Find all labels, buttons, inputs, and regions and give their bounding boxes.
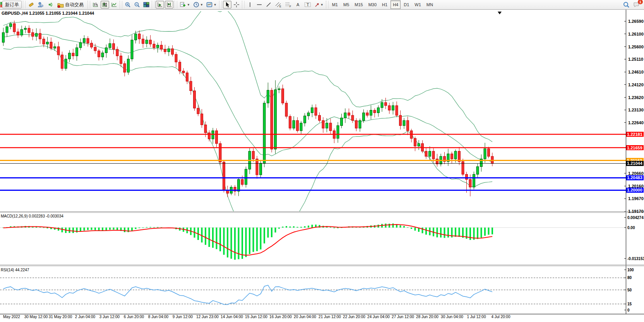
candle-body xyxy=(164,49,166,52)
macd-bar xyxy=(219,228,221,251)
text-label-button[interactable]: T xyxy=(303,1,312,9)
candle-body xyxy=(396,106,398,115)
chart-shift-button[interactable] xyxy=(165,1,173,9)
autotrading-button[interactable]: 自动交易 xyxy=(55,1,86,9)
macd-bar xyxy=(43,228,45,228)
candle-body xyxy=(216,131,218,144)
cursor-button[interactable] xyxy=(223,1,231,9)
price-tick-label: 1.19170 xyxy=(628,209,644,214)
time-tick-label: 16 Jun 20:00 xyxy=(269,315,292,319)
time-tick-label: 1 Jul 12:00 xyxy=(467,315,486,319)
new-order-button[interactable]: 新订单 xyxy=(2,1,22,9)
price-axis: 1.265901.261001.256001.251101.246101.241… xyxy=(624,19,644,214)
community-button[interactable] xyxy=(36,1,45,9)
chart-line-button[interactable] xyxy=(110,1,118,9)
trendline-button[interactable] xyxy=(264,1,273,9)
price-tick-label: 1.23130 xyxy=(628,108,644,112)
text-button[interactable]: A xyxy=(294,1,302,9)
candle-body xyxy=(21,29,23,35)
tab-timeframe-m30[interactable]: M30 xyxy=(366,0,379,9)
clock-icon xyxy=(193,2,199,8)
candle-body xyxy=(329,123,332,131)
macd-bar xyxy=(84,228,85,231)
candle-body xyxy=(50,42,52,48)
candle-body xyxy=(256,159,258,175)
zoom-in-button[interactable] xyxy=(123,1,132,9)
time-tick-label: May 2022 xyxy=(3,315,20,319)
person-icon xyxy=(37,2,43,8)
macd-bar xyxy=(87,228,89,230)
candle-body xyxy=(359,120,361,128)
candle-body xyxy=(182,71,185,73)
time-tick-label: 12 Jun 23:00 xyxy=(196,315,219,319)
horizontal-line-button[interactable] xyxy=(255,1,264,9)
price-badge-label: 1.21044 xyxy=(627,161,643,166)
candle-body xyxy=(194,91,196,108)
equidistant-channel-button[interactable]: E xyxy=(274,1,283,9)
auto-scroll-button[interactable] xyxy=(156,1,164,9)
metaeditor-button[interactable] xyxy=(27,1,35,9)
chart-bars-button[interactable] xyxy=(91,1,100,9)
tile-windows-button[interactable] xyxy=(142,1,151,9)
fibonacci-icon: F xyxy=(285,2,292,8)
candle-body xyxy=(476,167,479,175)
candle-body xyxy=(57,47,60,55)
macd-bar xyxy=(425,228,427,235)
crosshair-button[interactable] xyxy=(232,1,241,9)
candle-body xyxy=(101,53,104,57)
chart-candles-button[interactable] xyxy=(101,1,109,9)
macd-bar xyxy=(102,228,103,231)
tab-timeframe-h4[interactable]: H4 xyxy=(391,0,401,9)
search-button[interactable] xyxy=(622,1,631,9)
arrows-button[interactable]: ▼ xyxy=(313,1,325,9)
tile-windows-icon xyxy=(143,2,149,8)
candle-body xyxy=(65,59,67,69)
tab-timeframe-h1[interactable]: H1 xyxy=(380,0,390,9)
tab-timeframe-mn[interactable]: MN xyxy=(424,0,435,9)
macd-tick-label: 0.00 xyxy=(627,226,635,230)
bollinger-upper xyxy=(3,10,493,142)
macd-bar xyxy=(47,228,48,228)
price-tick-label: 1.22640 xyxy=(628,120,644,125)
time-tick-label: 9 Jun 12:00 xyxy=(173,315,193,319)
tab-timeframe-m15[interactable]: M15 xyxy=(352,0,365,9)
candle-body xyxy=(454,151,457,159)
macd-bar xyxy=(437,228,438,237)
templates-button[interactable]: ▼ xyxy=(205,1,218,9)
separator xyxy=(219,1,222,9)
macd-bar xyxy=(400,225,401,228)
candle-body xyxy=(407,120,409,131)
zoom-in-icon xyxy=(125,2,131,8)
tab-timeframe-m1[interactable]: M1 xyxy=(330,0,340,9)
price-chart-canvas[interactable]: 1.265901.261001.256001.251101.246101.241… xyxy=(0,10,644,322)
candle-body xyxy=(113,44,115,50)
tab-timeframe-d1[interactable]: D1 xyxy=(401,0,411,9)
candle-body xyxy=(355,120,358,128)
signals-button[interactable] xyxy=(45,1,54,9)
price-badge-label: 1.20483 xyxy=(627,175,642,180)
candle-body xyxy=(116,49,118,56)
candle-body xyxy=(363,113,365,120)
svg-text:E: E xyxy=(279,5,281,8)
macd-bar xyxy=(488,228,490,235)
macd-bar xyxy=(282,227,284,228)
dropdown-caret: ▼ xyxy=(320,3,324,7)
candle-body xyxy=(24,28,27,29)
tab-timeframe-w1[interactable]: W1 xyxy=(412,0,423,9)
candle-body xyxy=(87,38,89,43)
macd-bar xyxy=(227,228,228,257)
time-axis[interactable]: May 202230 May 12:0031 May 20:002 Jun 04… xyxy=(3,315,510,319)
macd-histogram-layer xyxy=(3,224,493,260)
vertical-line-button[interactable] xyxy=(246,1,254,9)
svg-text:A: A xyxy=(296,2,300,7)
auto-scroll-icon xyxy=(157,2,163,8)
add-indicator-button[interactable]: ▼ xyxy=(178,1,191,9)
candle-body xyxy=(315,108,317,115)
chart-shift-marker[interactable] xyxy=(498,12,502,14)
zoom-out-button[interactable] xyxy=(133,1,141,9)
candle-body xyxy=(344,113,346,118)
notifications-button[interactable]: 1 xyxy=(632,1,641,9)
tab-timeframe-m5[interactable]: M5 xyxy=(341,0,351,9)
periods-button[interactable]: ▼ xyxy=(192,1,204,9)
fibonacci-button[interactable]: F xyxy=(284,1,293,9)
